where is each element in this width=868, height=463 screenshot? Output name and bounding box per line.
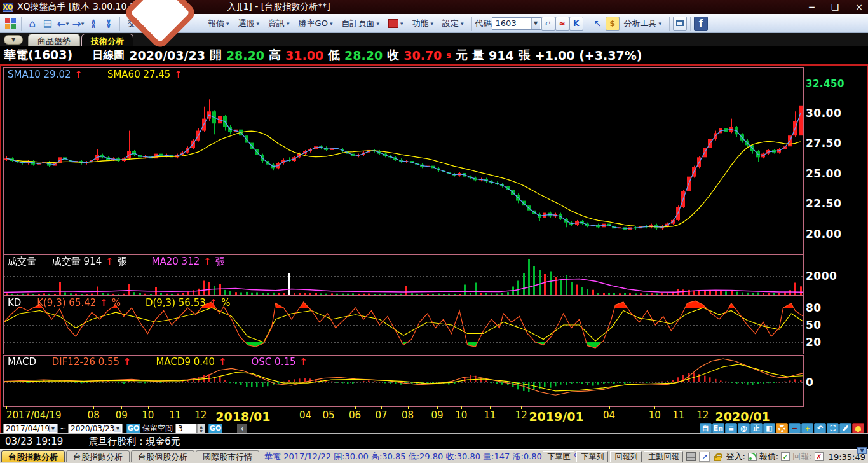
monitor-icon[interactable] [673, 17, 687, 31]
menu-analysis-tools[interactable]: 分析工具▾ [620, 16, 667, 31]
document-icon[interactable]: ▤ [40, 16, 55, 31]
back-button[interactable]: ←▾ [55, 16, 71, 31]
cursor-tool-icon[interactable]: ↖ [590, 16, 606, 31]
workspace-tab[interactable]: 台股個股分析 [131, 450, 194, 462]
macd-pane-title: MACD [8, 356, 36, 368]
collapse-left-button[interactable]: ‹ [237, 424, 247, 434]
go-button-2[interactable]: GO [208, 424, 222, 434]
login-signal-icon[interactable] [748, 453, 757, 461]
volume-ma-up-arrow: ↑ [203, 256, 212, 267]
tab-market-overview[interactable]: 商品盤勢 [28, 34, 80, 46]
menu-選股[interactable]: 選股▾ [234, 16, 264, 31]
contrast-button[interactable]: ◧ [763, 423, 775, 434]
order-button[interactable]: 下單匣 [543, 451, 574, 462]
sma60-up-arrow: ↑ [174, 69, 182, 80]
forward-button[interactable]: →▾ [71, 16, 86, 31]
macd9-up-arrow: ↑ [219, 356, 227, 368]
menu-功能[interactable]: 功能▾ [408, 16, 438, 31]
volume-pane[interactable]: 成交量 成交量 914↑張 MA20 312↑張 [3, 254, 804, 296]
undo-button[interactable]: ↶ [814, 423, 826, 434]
chart-mini-toolbar: 自En≡@正◧−＋↶⛶ [700, 423, 864, 434]
workspace-tab[interactable]: 國際股市行情 [196, 450, 259, 462]
list-button[interactable]: ≡ [725, 423, 737, 434]
axis-tick [521, 406, 522, 409]
page-up-icon[interactable]: ∧∧ [86, 16, 101, 31]
chart-tab-row: ▼ 商品盤勢 技術分析 [0, 33, 868, 46]
page-down-icon[interactable]: ∨∨ [101, 16, 116, 31]
calculator-icon[interactable] [686, 452, 696, 462]
price-canvas[interactable] [4, 68, 803, 254]
zoom-out-button[interactable]: − [789, 423, 801, 434]
time-axis-label: 10 [455, 410, 467, 421]
facebook-icon[interactable]: f [694, 17, 708, 31]
alert-bell-icon[interactable] [852, 423, 864, 434]
reserve-space-input[interactable]: 3▲▼ [175, 424, 197, 434]
axis-tick [93, 406, 94, 409]
tab-technical-analysis[interactable]: 技術分析 [81, 34, 133, 46]
date-to-select[interactable]: 2020/03/23▼ [68, 424, 123, 434]
menu-設定[interactable]: 設定▾ [438, 16, 468, 31]
lock-icon[interactable] [712, 452, 723, 462]
menu-報價[interactable]: 報價▾ [203, 16, 234, 31]
workspace-tab[interactable]: 台股指數分析 [1, 450, 65, 462]
tally-button[interactable]: 正 [750, 423, 763, 434]
time-axis-label: 04 [299, 410, 311, 421]
macd-pane[interactable]: MACD DIF12-26 0.55↑ MACD9 0.40↑ OSC 0.15… [3, 355, 804, 407]
kd-pane-title: KD [8, 297, 21, 308]
restore-button[interactable]: ❏ [831, 0, 839, 14]
go-button[interactable]: GO [126, 424, 140, 434]
at-button[interactable]: @ [738, 423, 750, 434]
axis-label: 2000 [806, 270, 837, 282]
time-axis-label: 07 [375, 410, 387, 421]
menu-自訂頁面[interactable]: 自訂頁面▾ [337, 16, 384, 31]
reserve-space-label: 保留空間 [142, 423, 173, 434]
taskbar-chevron-icon[interactable]: ▼ [857, 447, 867, 454]
axis-tick [329, 406, 329, 409]
quote-ticker-text[interactable]: 華電 2017/12/22 開:30.00 高:30.85 低:29.80 收:… [264, 451, 582, 462]
order-button[interactable]: 下單列 [576, 451, 608, 462]
axis-tick [437, 406, 438, 409]
dollar-tool-button[interactable]: $ [606, 17, 620, 31]
date-from-select[interactable]: 2017/04/19▼ [3, 424, 58, 434]
k-chart-button[interactable]: K [569, 17, 583, 31]
quote-info-bar: 華電(1603) 日線圖 2020/03/23 開 28.20 高 31.00 … [0, 46, 868, 64]
zoom-in-button[interactable]: ＋ [801, 423, 813, 434]
settings-gear-icon[interactable] [776, 423, 788, 434]
workspace-tab[interactable]: 台股指數分析 [66, 450, 130, 462]
volume-pane-title: 成交量 [8, 256, 36, 267]
toolbar-separator [669, 17, 670, 31]
external-link-icon[interactable]: ↗ [699, 452, 710, 462]
minimize-button[interactable]: ─ [809, 0, 814, 14]
home-icon[interactable]: ⌂ [25, 16, 40, 31]
fit-screen-button[interactable]: ⛶ [827, 423, 839, 434]
en-button[interactable]: En [712, 423, 724, 434]
enter-button[interactable]: ↵ [541, 17, 555, 31]
symbol-code-input[interactable]: 1603▼ [492, 17, 541, 30]
menu-資訊[interactable]: 資訊▾ [264, 16, 294, 31]
time-axis-label: 10 [142, 410, 154, 421]
volume-series-unit: 張 [118, 256, 127, 267]
price-axis-column: 32.45030.0027.5025.0022.5020.00200080502… [804, 66, 867, 420]
time-axis-label: 06 [349, 410, 361, 421]
price-pane[interactable]: SMA10 29.02↑ SMA60 27.45↑ [3, 67, 804, 254]
menu-勝率GO[interactable]: 勝率GO▾ [294, 16, 337, 31]
tools-wrench-icon[interactable] [839, 423, 851, 434]
auto-button[interactable]: 自 [700, 423, 712, 434]
kd-pane[interactable]: KD K(9,3) 65.42↑% D(9,3) 56.53↑% [3, 296, 804, 354]
menu-alerts[interactable]: ▾ [384, 17, 408, 30]
time-axis-label: 2018/01 [215, 410, 270, 424]
osc-up-arrow: ↑ [299, 356, 308, 368]
close-suffix: s [446, 50, 451, 60]
spinner-control[interactable]: ▲▼ [197, 424, 205, 434]
low-value: 28.20 [344, 48, 383, 62]
time-axis-label: 09 [431, 410, 444, 421]
news-ticker-text[interactable]: 震旦行股利：現金6元 [88, 436, 180, 448]
close-button[interactable]: × [855, 0, 863, 14]
tab-dropdown-button[interactable]: ▼ [4, 35, 23, 45]
chart-line-button[interactable]: ≈ [555, 17, 569, 31]
dif-up-arrow: ↑ [123, 356, 132, 368]
order-button[interactable]: 回報列 [610, 451, 642, 462]
layout-grid-icon[interactable] [3, 16, 18, 31]
order-button[interactable]: 主動回報 [644, 451, 683, 462]
kd-pane-labels: KD K(9,3) 65.42↑% D(9,3) 56.53↑% [8, 297, 234, 308]
